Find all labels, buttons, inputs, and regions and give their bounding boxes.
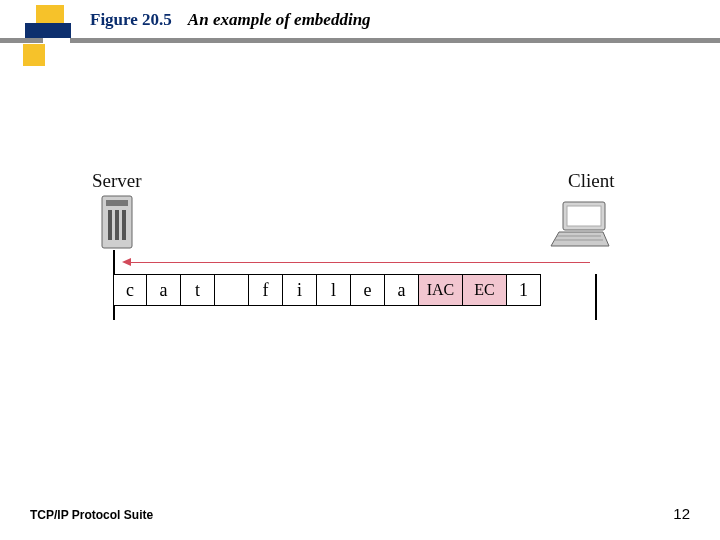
strip-cell: f (249, 274, 283, 306)
svg-rect-4 (106, 200, 128, 206)
strip-cell: t (181, 274, 215, 306)
embedding-diagram: Server Client c a t f i l e a IAC EC 1 (60, 170, 660, 350)
client-tick (595, 274, 597, 320)
server-label: Server (92, 170, 142, 192)
figure-number: Figure 20.5 (90, 10, 172, 29)
strip-cell (215, 274, 249, 306)
byte-strip: c a t f i l e a IAC EC 1 (113, 274, 541, 306)
figure-caption: An example of embedding (188, 10, 371, 29)
client-label: Client (568, 170, 614, 192)
svg-marker-10 (551, 232, 609, 246)
direction-arrow (130, 262, 590, 263)
server-icon (96, 194, 140, 252)
strip-cell: 1 (507, 274, 541, 306)
strip-cell: i (283, 274, 317, 306)
laptop-icon (545, 198, 615, 254)
strip-cell: c (113, 274, 147, 306)
slide-footer: TCP/IP Protocol Suite 12 (30, 505, 690, 522)
title-underline (0, 38, 720, 43)
svg-rect-9 (567, 206, 601, 226)
strip-cell-ec: EC (463, 274, 507, 306)
strip-cell: l (317, 274, 351, 306)
slide-title: Figure 20.5 An example of embedding (90, 10, 690, 30)
svg-rect-6 (115, 210, 119, 240)
svg-rect-5 (108, 210, 112, 240)
svg-rect-2 (23, 44, 45, 66)
strip-cell-iac: IAC (419, 274, 463, 306)
svg-rect-7 (122, 210, 126, 240)
page-number: 12 (673, 505, 690, 522)
strip-cell: a (147, 274, 181, 306)
footer-source: TCP/IP Protocol Suite (30, 508, 153, 522)
strip-cell: a (385, 274, 419, 306)
strip-cell: e (351, 274, 385, 306)
